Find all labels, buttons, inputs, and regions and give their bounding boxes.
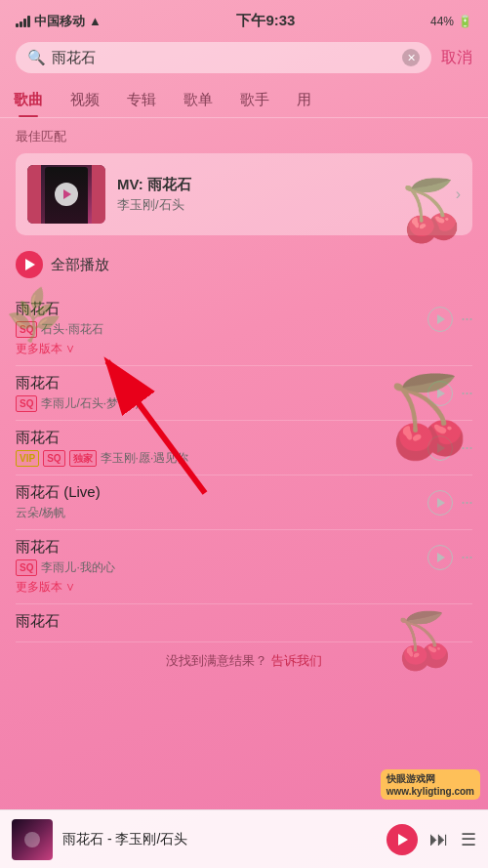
player-next-button[interactable]: ⏭	[429, 828, 449, 850]
song-item-2[interactable]: 雨花石 VIP SQ 独家 李玉刚·愿·遇见你 ···	[16, 421, 472, 475]
song-main-0: 雨花石 SQ 石头·雨花石	[16, 300, 427, 338]
player-title: 雨花石 - 李玉刚/石头	[62, 831, 377, 848]
player-list-button[interactable]: ☰	[461, 829, 476, 850]
watermark: 快眼游戏网 www.kyligting.com	[381, 769, 480, 800]
badge-vip-2: VIP	[16, 450, 39, 467]
signal-icon	[16, 16, 30, 27]
song-play-button-1[interactable]	[427, 381, 453, 406]
bottom-player: 雨花石 - 李玉刚/石头 ⏭ ☰	[0, 809, 488, 868]
song-meta-2: VIP SQ 独家 李玉刚·愿·遇见你	[16, 450, 427, 467]
battery-info: 44% 🔋	[430, 15, 472, 28]
song-artist-2: 李玉刚·愿·遇见你	[101, 450, 189, 467]
tab-artists[interactable]: 歌手	[226, 83, 283, 117]
song-play-button-2[interactable]	[427, 435, 453, 461]
battery-label: 44%	[430, 15, 454, 28]
not-found-section: 没找到满意结果？ 告诉我们	[16, 642, 472, 680]
cancel-button[interactable]: 取消	[441, 48, 472, 68]
tab-albums[interactable]: 专辑	[113, 83, 170, 117]
badge-sq-4: SQ	[16, 559, 37, 576]
song-more-button-1[interactable]: ···	[461, 383, 472, 403]
best-match-card[interactable]: MV: 雨花石 李玉刚/石头 ›	[16, 153, 472, 235]
song-artist-1: 李雨儿/石头·梦飞翔	[41, 395, 142, 412]
player-play-button[interactable]	[386, 824, 418, 855]
song-meta-4: SQ 李雨儿·我的心	[16, 559, 427, 576]
watermark-site: 快眼游戏网	[386, 772, 474, 786]
song-play-button-0[interactable]	[427, 307, 453, 332]
search-bar: 🔍 ✕ 取消	[0, 36, 488, 79]
search-input-wrap[interactable]: 🔍 ✕	[16, 42, 431, 73]
tab-videos[interactable]: 视频	[57, 83, 113, 117]
song-controls-3: ···	[427, 490, 472, 516]
play-all-label: 全部播放	[51, 256, 109, 274]
search-input[interactable]	[52, 50, 396, 66]
song-artist-0: 石头·雨花石	[41, 321, 102, 338]
status-bar: 中国移动 ▲ 下午9:33 44% 🔋	[0, 0, 488, 36]
song-meta-1: SQ 李雨儿/石头·梦飞翔	[16, 395, 427, 412]
status-time: 下午9:33	[236, 12, 295, 30]
play-all-button[interactable]: 全部播放	[16, 251, 472, 278]
more-version-4[interactable]: 更多版本 ∨	[16, 579, 472, 596]
more-version-0[interactable]: 更多版本 ∨	[16, 341, 472, 357]
song-main-2: 雨花石 VIP SQ 独家 李玉刚·愿·遇见你	[16, 429, 427, 467]
badge-sq-0: SQ	[16, 321, 37, 338]
tab-more[interactable]: 用	[283, 83, 325, 117]
song-artist-4: 李雨儿·我的心	[41, 559, 114, 576]
battery-icon: 🔋	[458, 15, 472, 28]
best-match-thumbnail	[27, 165, 105, 224]
badge-solo-2: 独家	[69, 450, 97, 467]
song-title-4: 雨花石	[16, 538, 427, 557]
song-artist-3: 云朵/杨帆	[16, 505, 65, 521]
song-title-2: 雨花石	[16, 429, 427, 447]
song-title-partial: 雨花石	[16, 612, 472, 631]
content-area: 最佳匹配 MV: 雨花石 李玉刚/石头 › 全部播放 雨花石 SQ 石头·雨花石	[0, 118, 488, 801]
song-more-button-2[interactable]: ···	[461, 437, 472, 458]
song-meta-3: 云朵/杨帆	[16, 505, 427, 521]
player-controls: ⏭ ☰	[386, 824, 476, 855]
player-thumbnail	[12, 819, 53, 860]
watermark-url: www.kyligting.com	[386, 786, 474, 797]
song-controls-4: ···	[427, 545, 472, 570]
badge-sq-2: SQ	[43, 450, 64, 467]
song-item-3[interactable]: 雨花石 (Live) 云朵/杨帆 ···	[16, 475, 472, 530]
song-main-partial: 雨花石	[16, 612, 472, 634]
tab-playlists[interactable]: 歌单	[170, 83, 226, 117]
song-play-button-4[interactable]	[427, 545, 453, 570]
song-main-3: 雨花石 (Live) 云朵/杨帆	[16, 483, 427, 521]
song-controls-2: ···	[427, 435, 472, 461]
tab-bar: 歌曲 视频 专辑 歌单 歌手 用	[0, 79, 488, 118]
best-match-subtitle: 李玉刚/石头	[117, 196, 444, 214]
carrier-label: 中国移动	[34, 13, 85, 30]
not-found-text: 没找到满意结果？	[166, 653, 267, 668]
badge-sq-1: SQ	[16, 395, 37, 412]
song-more-button-0[interactable]: ···	[461, 309, 472, 329]
play-all-icon	[16, 251, 43, 278]
best-match-title: MV: 雨花石	[117, 176, 444, 194]
section-title-best-match: 最佳匹配	[16, 128, 472, 145]
song-meta-0: SQ 石头·雨花石	[16, 321, 427, 338]
song-item-partial[interactable]: 雨花石	[16, 604, 472, 642]
song-main-4: 雨花石 SQ 李雨儿·我的心	[16, 538, 427, 576]
player-info: 雨花石 - 李玉刚/石头	[62, 831, 377, 848]
song-item-4[interactable]: 雨花石 SQ 李雨儿·我的心 ··· 更多版本 ∨	[16, 530, 472, 604]
song-more-button-3[interactable]: ···	[461, 492, 472, 513]
song-play-button-3[interactable]	[427, 490, 453, 516]
not-found-link[interactable]: 告诉我们	[271, 653, 322, 668]
song-title-0: 雨花石	[16, 300, 427, 318]
song-item-1[interactable]: 雨花石 SQ 李雨儿/石头·梦飞翔 ···	[16, 366, 472, 421]
song-item-0[interactable]: 雨花石 SQ 石头·雨花石 ··· 更多版本 ∨	[16, 292, 472, 366]
search-clear-button[interactable]: ✕	[402, 49, 420, 66]
song-title-3: 雨花石 (Live)	[16, 483, 427, 502]
chevron-right-icon: ›	[456, 186, 461, 203]
carrier-info: 中国移动 ▲	[16, 13, 102, 30]
song-title-1: 雨花石	[16, 374, 427, 393]
tab-songs[interactable]: 歌曲	[0, 83, 57, 117]
search-icon: 🔍	[27, 49, 46, 66]
song-controls-1: ···	[427, 381, 472, 406]
song-more-button-4[interactable]: ···	[461, 547, 472, 567]
song-controls-0: ···	[427, 307, 472, 332]
song-main-1: 雨花石 SQ 李雨儿/石头·梦飞翔	[16, 374, 427, 412]
best-match-info: MV: 雨花石 李玉刚/石头	[117, 176, 444, 214]
wifi-icon: ▲	[89, 14, 102, 28]
